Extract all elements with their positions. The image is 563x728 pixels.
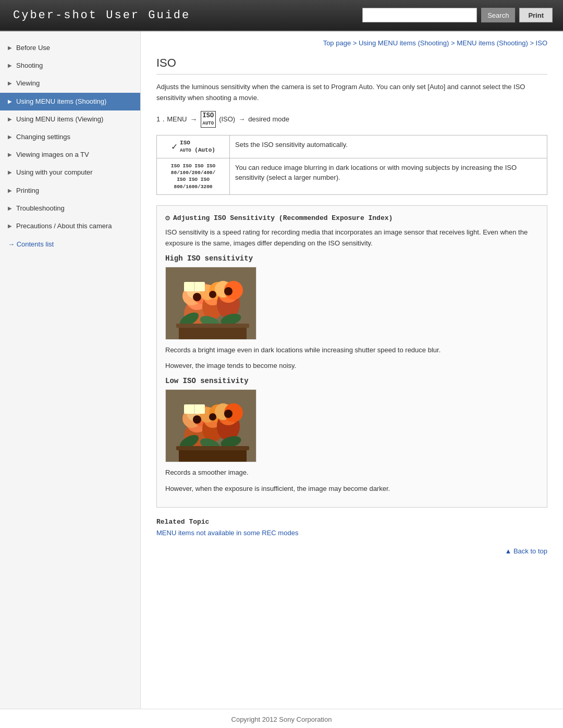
iso-icon: ISOAUTO — [201, 111, 216, 128]
related-topic-title: Related Topic — [156, 518, 547, 526]
high-iso-caption1: Records a bright image even in dark loca… — [165, 345, 538, 356]
arrow-menu-icon: → — [190, 115, 198, 124]
breadcrumb: Top page > Using MENU items (Shooting) >… — [156, 39, 547, 47]
sidebar-item-computer[interactable]: ▶ Using with your computer — [0, 164, 140, 181]
high-iso-image — [166, 267, 256, 340]
arrow-icon: ▶ — [8, 62, 12, 69]
low-iso-caption2: However, when the exposure is insufficie… — [165, 484, 538, 495]
breadcrumb-iso[interactable]: ISO — [536, 39, 547, 47]
svg-rect-48 — [176, 446, 249, 450]
back-to-top-link[interactable]: ▲ Back to top — [505, 547, 547, 555]
arrow-icon: ▶ — [8, 44, 12, 52]
arrow-icon: ▶ — [8, 133, 12, 141]
sidebar: ▶ Before Use ▶ Shooting ▶ Viewing ▶ Usin… — [0, 31, 141, 709]
breadcrumb-menu-items[interactable]: MENU items (Shooting) — [457, 39, 528, 47]
auto-icon: ✓ ISOAUTO (Auto) — [162, 140, 224, 153]
low-iso-image — [166, 390, 256, 462]
content-area: Top page > Using MENU items (Shooting) >… — [141, 31, 563, 709]
sidebar-item-label: Precautions / About this camera — [16, 221, 112, 231]
main-layout: ▶ Before Use ▶ Shooting ▶ Viewing ▶ Usin… — [0, 31, 563, 709]
gear-icon: ⚙ — [165, 213, 170, 223]
breadcrumb-sep: > — [353, 39, 359, 47]
arrow-icon: ▶ — [8, 223, 12, 230]
search-input[interactable] — [362, 8, 477, 22]
step-instruction: 1．MENU → ISOAUTO (ISO) → desired mode — [156, 111, 547, 128]
sidebar-item-precautions[interactable]: ▶ Precautions / About this camera — [0, 217, 140, 235]
sidebar-item-label: Using with your computer — [16, 168, 93, 177]
breadcrumb-top[interactable]: Top page — [323, 39, 351, 47]
sidebar-item-shooting[interactable]: ▶ Shooting — [0, 57, 140, 75]
related-topic-link[interactable]: MENU items not available in some REC mod… — [156, 529, 298, 537]
back-to-top: ▲ Back to top — [156, 542, 547, 560]
sidebar-item-label: Changing settings — [16, 132, 70, 142]
step-text: 1．MENU — [156, 115, 187, 124]
sidebar-item-viewing[interactable]: ▶ Viewing — [0, 75, 140, 92]
footer: Copyright 2012 Sony Corporation — [0, 709, 563, 728]
svg-point-15 — [193, 293, 201, 301]
step-iso-label: (ISO) — [219, 115, 235, 123]
arrow-right-icon: → — [8, 240, 17, 248]
header-controls: Search Print — [362, 8, 563, 22]
iso-table: ✓ ISOAUTO (Auto) Sets the ISO sensitivit… — [156, 135, 547, 195]
arrow-desired-icon: → — [238, 115, 245, 123]
sidebar-item-viewing-tv[interactable]: ▶ Viewing images on a TV — [0, 146, 140, 164]
table-cell-desc: Sets the ISO sensitivity automatically. — [230, 135, 547, 158]
svg-point-41 — [224, 410, 232, 418]
page-description: Adjusts the luminous sensitivity when th… — [156, 82, 547, 104]
sidebar-item-troubleshooting[interactable]: ▶ Troubleshooting — [0, 200, 140, 217]
sidebar-item-label: Before Use — [16, 43, 50, 53]
table-row: ✓ ISOAUTO (Auto) Sets the ISO sensitivit… — [157, 135, 547, 158]
sidebar-item-menu-viewing[interactable]: ▶ Using MENU items (Viewing) — [0, 110, 140, 128]
table-cell-icon: ✓ ISOAUTO (Auto) — [157, 135, 230, 158]
sidebar-item-menu-shooting[interactable]: ▶ Using MENU items (Shooting) — [0, 93, 140, 110]
table-row: ISO ISO ISO ISO 80/100/200/400/ ISO ISO … — [157, 158, 547, 194]
arrow-icon: ▶ — [8, 169, 12, 176]
arrow-icon: ▶ — [8, 116, 12, 123]
arrow-icon: ▶ — [8, 187, 12, 194]
breadcrumb-sep2: > — [451, 39, 457, 47]
sidebar-item-printing[interactable]: ▶ Printing — [0, 182, 140, 200]
low-iso-caption1: Records a smoother image. — [165, 467, 538, 478]
sidebar-item-label: Using MENU items (Shooting) — [16, 97, 106, 106]
app-title: Cyber-shot User Guide — [0, 9, 190, 22]
info-box: ⚙ Adjusting ISO Sensitivity (Recommended… — [156, 205, 547, 508]
search-button[interactable]: Search — [481, 8, 515, 22]
arrow-icon: ▶ — [8, 98, 12, 105]
print-button[interactable]: Print — [519, 8, 553, 22]
copyright-text: Copyright 2012 Sony Corporation — [231, 715, 332, 723]
sidebar-item-label: Shooting — [16, 61, 43, 70]
low-iso-label: Low ISO sensitivity — [165, 377, 538, 385]
iso-numbers-icon: ISO ISO ISO ISO 80/100/200/400/ ISO ISO … — [162, 163, 224, 190]
sidebar-item-before-use[interactable]: ▶ Before Use — [0, 39, 140, 57]
sidebar-item-label: Viewing — [16, 79, 40, 88]
high-iso-photo — [165, 267, 256, 340]
svg-point-39 — [193, 415, 201, 424]
info-box-text: ISO sensitivity is a speed rating for re… — [165, 227, 538, 249]
svg-rect-24 — [176, 324, 249, 328]
low-iso-photo — [165, 389, 256, 462]
sidebar-item-label: Printing — [16, 186, 39, 195]
table-cell-desc2: You can reduce image blurring in dark lo… — [230, 158, 547, 194]
svg-point-40 — [209, 413, 216, 421]
arrow-icon: ▶ — [8, 205, 12, 212]
high-iso-caption2: However, the image tends to become noisy… — [165, 361, 538, 372]
sidebar-item-label: Troubleshooting — [16, 204, 65, 213]
related-topic: Related Topic MENU items not available i… — [156, 518, 547, 537]
arrow-icon: ▶ — [8, 80, 12, 87]
contents-list-link[interactable]: → Contents list — [0, 235, 140, 251]
high-iso-label: High ISO sensitivity — [165, 254, 538, 263]
info-box-title: ⚙ Adjusting ISO Sensitivity (Recommended… — [165, 213, 538, 223]
breadcrumb-sep3: > — [530, 39, 535, 47]
breadcrumb-menu-shooting[interactable]: Using MENU items (Shooting) — [359, 39, 449, 47]
svg-point-16 — [209, 291, 216, 298]
table-cell-icon2: ISO ISO ISO ISO 80/100/200/400/ ISO ISO … — [157, 158, 230, 194]
sidebar-item-label: Using MENU items (Viewing) — [16, 115, 103, 124]
sidebar-item-label: Viewing images on a TV — [16, 150, 89, 159]
page-title: ISO — [156, 56, 547, 75]
arrow-icon: ▶ — [8, 151, 12, 158]
step-mode-text: desired mode — [248, 115, 289, 123]
sidebar-item-changing-settings[interactable]: ▶ Changing settings — [0, 128, 140, 146]
svg-point-17 — [224, 287, 232, 295]
header: Cyber-shot User Guide Search Print — [0, 0, 563, 31]
